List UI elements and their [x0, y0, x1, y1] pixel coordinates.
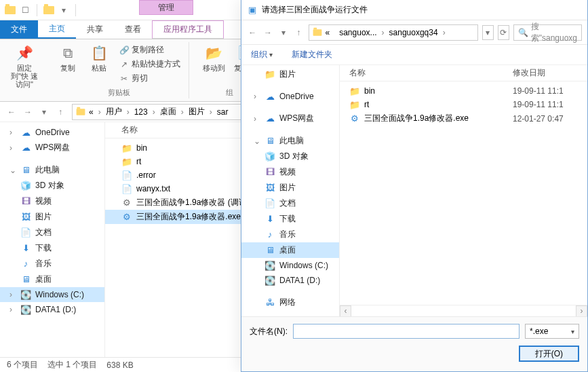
- col-date[interactable]: 修改日期: [513, 67, 587, 79]
- file-name: rt: [364, 100, 369, 109]
- paste-shortcut-button[interactable]: ↗粘贴快捷方式: [117, 58, 183, 71]
- cut-button[interactable]: ✂剪切: [117, 72, 183, 85]
- new-folder-button[interactable]: 新建文件夹: [292, 49, 332, 60]
- nav-wps[interactable]: ›☁WPS网盘: [241, 111, 339, 126]
- breadcrumb-tail[interactable]: sar: [217, 107, 229, 117]
- doc-icon: 📄: [264, 198, 275, 209]
- forward-button[interactable]: →: [20, 105, 35, 119]
- breadcrumb-pics[interactable]: 图片: [189, 106, 205, 117]
- forward-button[interactable]: →: [262, 25, 274, 40]
- nav-downloads[interactable]: ⬇下载: [241, 211, 339, 227]
- nav-docs[interactable]: 📄文档: [0, 225, 104, 240]
- up-button[interactable]: ↑: [53, 105, 68, 119]
- nav-ddrive[interactable]: ›💽DATA1 (D:): [0, 302, 104, 317]
- folder-icon: [313, 29, 321, 36]
- filename-input[interactable]: [293, 324, 520, 339]
- open-button[interactable]: 打开(O): [519, 346, 579, 362]
- checkbox-icon[interactable]: ☐: [19, 4, 31, 16]
- nav-thispc[interactable]: ⌄🖥此电脑: [0, 162, 104, 178]
- picture-icon: 🖼: [20, 212, 31, 223]
- folder-icon: 📁: [349, 86, 360, 96]
- dialog-bottom: 文件名(N): *.exe 打开(O): [241, 316, 587, 371]
- file-row[interactable]: ⚙三国全面战争1.9a修改器.exe12-01-27 0:47: [340, 111, 587, 126]
- nav-thispc[interactable]: ⌄🖥此电脑: [241, 133, 339, 149]
- nav-music[interactable]: ♪音乐: [0, 256, 104, 272]
- breadcrumb-root[interactable]: «: [89, 107, 94, 117]
- dropdown-button[interactable]: ▾: [482, 25, 494, 40]
- scroll-right-icon[interactable]: ›: [576, 305, 587, 317]
- tab-share[interactable]: 共享: [76, 20, 114, 39]
- drive-icon: 💽: [20, 289, 31, 300]
- tab-app-tools[interactable]: 应用程序工具: [152, 20, 224, 39]
- breadcrumb-2[interactable]: sanguoxgq34: [389, 28, 438, 37]
- breadcrumb-1[interactable]: sanguox...: [339, 28, 376, 37]
- dialog-address-bar[interactable]: « sanguox...› sanguoxgq34›: [309, 24, 478, 41]
- nav-pictures[interactable]: 🖼图片: [0, 209, 104, 225]
- tab-file[interactable]: 文件: [0, 20, 38, 39]
- nav-video[interactable]: 🎞视频: [241, 164, 339, 180]
- search-box[interactable]: 🔍 搜索"sanguoxg: [513, 24, 582, 41]
- nav-downloads[interactable]: ⬇下载: [0, 240, 104, 256]
- back-button[interactable]: ←: [247, 25, 258, 40]
- nav-cdrive[interactable]: 💽Windows (C:): [241, 258, 339, 273]
- nav-network[interactable]: 🖧网络: [241, 295, 339, 310]
- nav-docs[interactable]: 📄文档: [241, 196, 339, 211]
- nav-3d[interactable]: 🧊3D 对象: [241, 149, 339, 164]
- download-icon: ⬇: [264, 214, 275, 225]
- breadcrumb-desktop[interactable]: 桌面: [160, 106, 176, 117]
- quick-access-toolbar: ☐ ▾: [0, 4, 83, 16]
- horizontal-scrollbar[interactable]: ‹ ›: [340, 305, 587, 316]
- organize-menu[interactable]: 组织: [251, 49, 273, 60]
- nav-desktop[interactable]: 🖥桌面: [241, 242, 339, 258]
- tab-view[interactable]: 查看: [114, 20, 152, 39]
- col-name[interactable]: 名称: [340, 67, 513, 79]
- desktop-icon: 🖥: [264, 245, 275, 256]
- picture-icon: 🖼: [264, 183, 275, 193]
- file-row[interactable]: 📁rt19-09-11 11:1: [340, 98, 587, 111]
- music-icon: ♪: [20, 259, 31, 269]
- nav-onedrive[interactable]: ›☁OneDrive: [241, 89, 339, 104]
- folder-icon: 📁: [121, 156, 132, 167]
- move-to-button[interactable]: 📂 移动到: [200, 43, 227, 72]
- history-dropdown[interactable]: ▾: [37, 105, 52, 119]
- pin-button[interactable]: 📌 固定到"快 速访问": [11, 43, 38, 88]
- file-name: .error: [136, 170, 156, 180]
- dialog-body: 📁图片 ›☁OneDrive ›☁WPS网盘 ⌄🖥此电脑 🧊3D 对象 🎞视频 …: [241, 65, 587, 316]
- scroll-left-icon[interactable]: ‹: [340, 305, 351, 317]
- cube-icon: 🧊: [20, 181, 31, 191]
- chevron-down-icon[interactable]: ▾: [58, 4, 70, 16]
- dialog-file-list: 名称 修改日期 📁bin19-09-11 11:1📁rt19-09-11 11:…: [340, 65, 587, 316]
- refresh-button[interactable]: ⟳: [498, 25, 509, 40]
- download-icon: ⬇: [20, 243, 31, 254]
- folder-icon: 📁: [349, 99, 360, 110]
- nav-3d[interactable]: 🧊3D 对象: [0, 178, 104, 193]
- gear-icon: ⚙: [121, 212, 132, 223]
- pc-icon: 🖥: [264, 136, 275, 147]
- file-name: bin: [364, 86, 375, 96]
- paste-button[interactable]: 📋 粘贴: [85, 43, 113, 72]
- nav-desktop[interactable]: 🖥桌面: [0, 272, 104, 287]
- nav-pictures2[interactable]: 🖼图片: [241, 180, 339, 196]
- exe-icon: ⚙: [121, 198, 132, 208]
- up-button[interactable]: ↑: [293, 25, 305, 40]
- copy-path-button[interactable]: 🔗复制路径: [117, 43, 183, 56]
- breadcrumb-123[interactable]: 123: [134, 107, 148, 117]
- cloud-icon: ☁: [20, 127, 31, 138]
- nav-wps[interactable]: ›☁WPS网盘: [0, 140, 104, 155]
- nav-ddrive[interactable]: 💽DATA1 (D:): [241, 273, 339, 288]
- tab-home[interactable]: 主页: [38, 20, 76, 39]
- file-row[interactable]: 📁bin19-09-11 11:1: [340, 84, 587, 98]
- nav-video[interactable]: 🎞视频: [0, 193, 104, 209]
- nav-onedrive[interactable]: ›☁OneDrive: [0, 125, 104, 140]
- nav-cdrive[interactable]: ›💽Windows (C:): [0, 287, 104, 302]
- move-to-label: 移动到: [203, 64, 225, 72]
- search-placeholder: 搜索"sanguoxg: [531, 21, 577, 44]
- nav-pictures[interactable]: 📁图片: [241, 67, 339, 82]
- history-dropdown[interactable]: ▾: [277, 25, 289, 40]
- nav-music[interactable]: ♪音乐: [241, 227, 339, 242]
- filetype-filter[interactable]: *.exe: [525, 324, 579, 339]
- copy-button[interactable]: ⧉ 复制: [54, 43, 81, 72]
- back-button[interactable]: ←: [4, 105, 19, 119]
- breadcrumb-user[interactable]: 用户: [106, 106, 122, 117]
- file-name: wanyx.txt: [136, 184, 170, 193]
